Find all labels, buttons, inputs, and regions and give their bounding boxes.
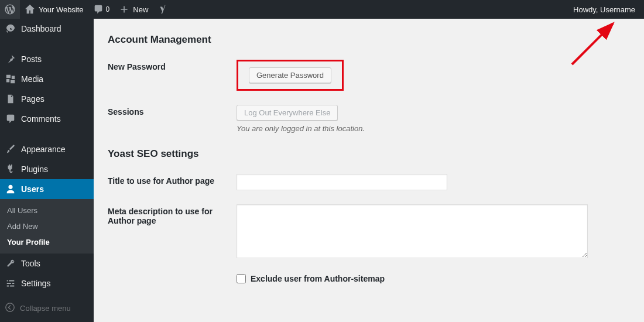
- site-name: Your Website: [39, 5, 84, 14]
- svg-point-0: [6, 303, 14, 311]
- generate-password-button[interactable]: Generate Password: [249, 67, 331, 83]
- my-account[interactable]: Howdy, Username: [564, 0, 644, 19]
- menu-appearance[interactable]: Appearance: [0, 139, 94, 159]
- menu-users[interactable]: Users: [0, 179, 94, 199]
- media-icon: [5, 73, 16, 85]
- page-icon: [5, 93, 16, 105]
- submenu-your-profile[interactable]: Your Profile: [0, 234, 94, 250]
- comment-icon: [93, 4, 104, 15]
- menu-comments[interactable]: Comments: [0, 109, 94, 129]
- plugin-icon: [5, 163, 16, 175]
- new-content-link[interactable]: New: [114, 0, 153, 19]
- menu-media[interactable]: Media: [0, 69, 94, 89]
- sessions-description: You are only logged in at this location.: [237, 124, 626, 133]
- brush-icon: [5, 143, 16, 155]
- collapse-icon: [5, 302, 15, 314]
- menu-posts[interactable]: Posts: [0, 49, 94, 69]
- wordpress-icon: [5, 4, 15, 15]
- site-name-link[interactable]: Your Website: [20, 0, 88, 19]
- annotation-highlight: Generate Password: [237, 60, 344, 91]
- author-meta-textarea[interactable]: [237, 204, 588, 258]
- section-yoast-seo: Yoast SEO settings: [108, 148, 632, 160]
- submenu-all-users[interactable]: All Users: [0, 203, 94, 218]
- author-title-input[interactable]: [237, 174, 447, 190]
- dashboard-icon: [5, 23, 16, 35]
- label-author-meta: Meta description to use for Author page: [108, 201, 237, 270]
- wp-logo[interactable]: [0, 0, 20, 19]
- comment-icon: [5, 113, 16, 125]
- new-label: New: [133, 5, 148, 14]
- yoast-adminbar[interactable]: [153, 0, 173, 19]
- admin-sidebar: Dashboard Posts Media Pages Comments App…: [0, 19, 94, 322]
- home-icon: [25, 4, 35, 15]
- exclude-author-sitemap-checkbox[interactable]: [237, 274, 246, 283]
- menu-dashboard[interactable]: Dashboard: [0, 19, 94, 39]
- menu-settings[interactable]: Settings: [0, 273, 94, 293]
- label-sessions: Sessions: [108, 101, 237, 143]
- menu-tools[interactable]: Tools: [0, 254, 94, 273]
- users-submenu: All Users Add New Your Profile: [0, 199, 94, 254]
- label-new-password: New Password: [108, 56, 237, 101]
- comments-count: 0: [106, 5, 110, 13]
- wrench-icon: [5, 258, 16, 269]
- submenu-add-new-user[interactable]: Add New: [0, 218, 94, 234]
- plus-icon: [119, 4, 129, 15]
- howdy-text: Howdy, Username: [573, 5, 635, 14]
- menu-plugins[interactable]: Plugins: [0, 159, 94, 179]
- main-content: Account Management New Password Generate…: [94, 19, 644, 322]
- section-account-management: Account Management: [108, 34, 632, 46]
- logout-everywhere-button[interactable]: Log Out Everywhere Else: [237, 105, 338, 121]
- admin-bar: Your Website 0 New Howdy, Username: [0, 0, 644, 19]
- label-author-title: Title to use for Author page: [108, 170, 237, 201]
- collapse-menu[interactable]: Collapse menu: [0, 298, 94, 318]
- pin-icon: [5, 53, 16, 65]
- label-exclude-sitemap: Exclude user from Author-sitemap: [251, 274, 385, 283]
- comments-link[interactable]: 0: [88, 0, 115, 19]
- user-icon: [5, 183, 16, 195]
- yoast-icon: [157, 4, 168, 15]
- sliders-icon: [5, 278, 16, 289]
- menu-pages[interactable]: Pages: [0, 89, 94, 109]
